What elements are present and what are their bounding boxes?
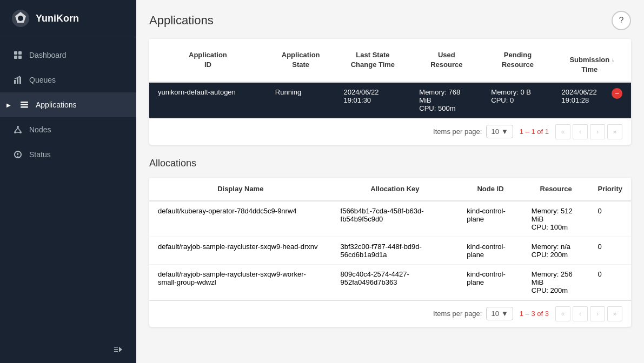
- applications-table-header-row: ApplicationID ApplicationState Last Stat…: [149, 39, 631, 82]
- allocations-table-footer: Items per page: 10 ▼ 1 – 3 of 3 « ‹ › »: [149, 300, 631, 327]
- alloc-pagination-info: 1 – 3 of 3: [520, 310, 549, 318]
- list-icon: [19, 100, 29, 110]
- app-last-change-cell: 2024/06/22 19:01:30: [335, 82, 411, 118]
- app-id-cell: yunikorn-default-autogen: [149, 82, 267, 118]
- apps-first-page-btn[interactable]: «: [555, 124, 570, 139]
- nav-arrow-icon: ▶: [6, 102, 11, 108]
- svg-rect-8: [17, 78, 18, 84]
- allocations-table-row: default/rayjob-sample-raycluster-sxqw9-h…: [149, 237, 631, 264]
- allocations-table-card: Display Name Allocation Key Node ID Reso…: [149, 178, 631, 327]
- app-pending-resource-cell: Memory: 0 B CPU: 0: [482, 82, 553, 118]
- sort-icon: ↓: [612, 56, 614, 64]
- alloc-node-id-cell: kind-control-plane: [458, 201, 523, 237]
- col-priority: Priority: [589, 178, 631, 201]
- sidebar: YuniKorn Dashboard Queues: [0, 0, 136, 363]
- sidebar-logo: YuniKorn: [0, 0, 136, 37]
- col-display-name: Display Name: [149, 178, 332, 201]
- svg-rect-3: [14, 51, 17, 55]
- sidebar-item-status[interactable]: Status: [0, 142, 136, 167]
- alloc-priority-cell: 0: [589, 237, 631, 264]
- sidebar-item-nodes-label: Nodes: [29, 125, 51, 134]
- col-used-resource: UsedResource: [410, 39, 482, 82]
- svg-rect-13: [21, 104, 28, 106]
- alloc-priority-cell: 0: [589, 264, 631, 300]
- svg-line-18: [15, 128, 18, 131]
- apps-prev-page-btn[interactable]: ‹: [573, 124, 588, 139]
- svg-rect-23: [114, 347, 118, 348]
- alloc-resource-cell: Memory: n/a CPU: 200m: [523, 237, 589, 264]
- alloc-first-page-btn[interactable]: «: [555, 306, 570, 321]
- help-button[interactable]: ?: [612, 11, 631, 30]
- alloc-resource-cell: Memory: 512 MiB CPU: 100m: [523, 201, 589, 237]
- apps-items-label: Items per page:: [433, 127, 482, 136]
- alloc-key-cell: f566b4b1-7cda-458f-b63d-fb54b9f5c9d0: [332, 201, 459, 237]
- applications-table-row[interactable]: yunikorn-default-autogenRunning2024/06/2…: [149, 82, 631, 118]
- allocations-table: Display Name Allocation Key Node ID Reso…: [149, 178, 631, 300]
- apps-per-page-select[interactable]: 10 ▼: [486, 125, 513, 138]
- svg-point-22: [17, 156, 18, 157]
- svg-rect-12: [21, 102, 28, 103]
- main-content: Applications ? ApplicationID Application…: [136, 0, 644, 363]
- svg-rect-7: [14, 80, 16, 84]
- page-header: Applications ?: [149, 11, 631, 30]
- apps-pagination-controls: « ‹ › »: [555, 124, 622, 139]
- svg-rect-6: [18, 56, 22, 59]
- apps-items-per-page: Items per page: 10 ▼: [433, 125, 513, 138]
- alloc-node-id-cell: kind-control-plane: [458, 264, 523, 300]
- app-name: YuniKorn: [36, 13, 79, 24]
- sidebar-item-queues-label: Queues: [29, 76, 56, 84]
- alloc-display-name-cell: default/kuberay-operator-78d4ddc5c9-9nrw…: [149, 201, 332, 237]
- allocations-section-title: Allocations: [149, 158, 631, 169]
- sidebar-item-nodes[interactable]: Nodes: [0, 117, 136, 142]
- alloc-priority-cell: 0: [589, 201, 631, 237]
- svg-point-15: [17, 126, 19, 128]
- sidebar-item-dashboard[interactable]: Dashboard: [0, 43, 136, 68]
- col-application-id: ApplicationID: [149, 39, 267, 82]
- alloc-dropdown-arrow-icon: ▼: [501, 310, 508, 318]
- sidebar-item-queues[interactable]: Queues: [0, 68, 136, 92]
- svg-rect-9: [19, 77, 21, 84]
- yunikorn-logo-icon: [11, 9, 30, 28]
- svg-rect-5: [14, 56, 17, 59]
- alloc-pagination-controls: « ‹ › »: [555, 306, 622, 321]
- svg-rect-24: [114, 349, 118, 350]
- alloc-items-per-page: Items per page: 10 ▼: [433, 307, 513, 320]
- alloc-key-cell: 809c40c4-2574-4427-952fa0496d7b363: [332, 264, 459, 300]
- sidebar-collapse-button[interactable]: [0, 336, 136, 363]
- svg-rect-4: [18, 51, 22, 55]
- chart-icon: [13, 75, 23, 85]
- svg-rect-14: [21, 106, 28, 108]
- col-last-state-change: Last StateChange Time: [335, 39, 411, 82]
- alloc-prev-page-btn[interactable]: ‹: [573, 306, 588, 321]
- col-application-state: ApplicationState: [267, 39, 335, 82]
- dropdown-arrow-icon: ▼: [501, 127, 508, 136]
- applications-table-card: ApplicationID ApplicationState Last Stat…: [149, 39, 631, 145]
- sidebar-item-applications[interactable]: ▶ Applications: [0, 92, 136, 117]
- page-title: Applications: [149, 14, 214, 28]
- app-used-resource-cell: Memory: 768 MiB CPU: 500m: [410, 82, 482, 118]
- remove-app-button[interactable]: −: [612, 88, 622, 99]
- alloc-display-name-cell: default/rayjob-sample-raycluster-sxqw9-w…: [149, 264, 332, 300]
- alloc-per-page-select[interactable]: 10 ▼: [486, 307, 513, 320]
- status-icon: [13, 150, 23, 159]
- collapse-icon: [114, 345, 123, 354]
- col-resource: Resource: [523, 178, 589, 201]
- alloc-node-id-cell: kind-control-plane: [458, 237, 523, 264]
- app-submission-time-cell: 2024/06/22 19:01:28−: [553, 82, 631, 118]
- sidebar-item-applications-label: Applications: [36, 100, 77, 109]
- col-submission-time[interactable]: SubmissionTime ↓: [553, 39, 631, 82]
- sidebar-item-status-label: Status: [29, 150, 51, 159]
- alloc-last-page-btn[interactable]: »: [607, 306, 622, 321]
- alloc-next-page-btn[interactable]: ›: [590, 306, 605, 321]
- alloc-resource-cell: Memory: 256 MiB CPU: 200m: [523, 264, 589, 300]
- sidebar-nav: Dashboard Queues ▶ Ap: [0, 37, 136, 336]
- svg-line-19: [18, 128, 21, 131]
- sidebar-item-dashboard-label: Dashboard: [29, 51, 67, 59]
- apps-last-page-btn[interactable]: »: [607, 124, 622, 139]
- alloc-key-cell: 3bf32c00-f787-448f-bd9d-56cd6b1a9d1a: [332, 237, 459, 264]
- svg-point-2: [18, 16, 23, 21]
- allocations-table-row: default/rayjob-sample-raycluster-sxqw9-w…: [149, 264, 631, 300]
- apps-next-page-btn[interactable]: ›: [590, 124, 605, 139]
- app-state-cell: Running: [267, 82, 335, 118]
- svg-marker-26: [119, 347, 122, 352]
